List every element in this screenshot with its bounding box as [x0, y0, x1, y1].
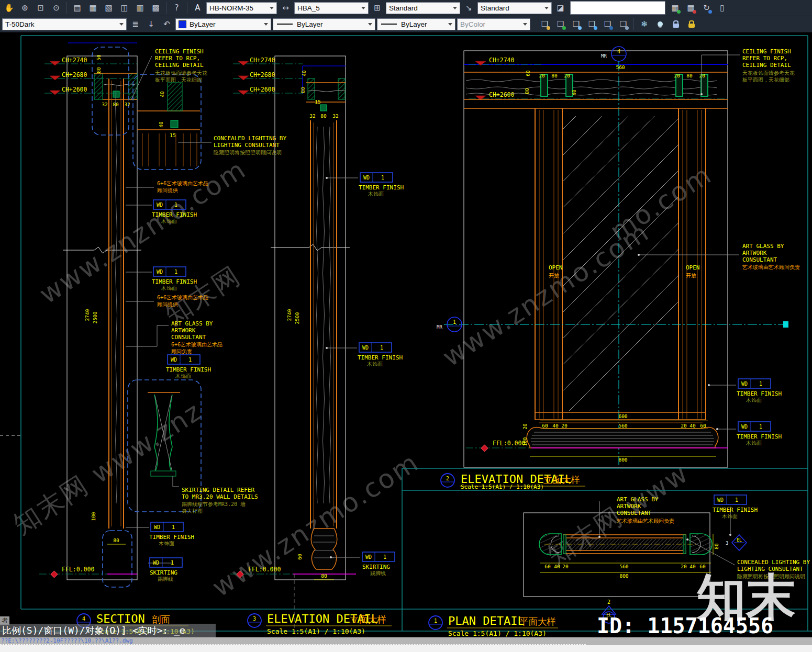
table-style-dropdown[interactable]: Standard: [386, 2, 460, 14]
command-line[interactable]: 比例(S)/窗口(W)/对象(O)] <实时>: _e: [0, 624, 216, 637]
layer-properties-manager-icon[interactable]: ≣: [128, 17, 142, 31]
make-object-layer-current-icon[interactable]: ↓: [144, 17, 158, 31]
dim-label: 80: [96, 67, 102, 73]
note-artglass: ART GLASS BY: [617, 496, 659, 503]
quick-search-input[interactable]: [570, 1, 665, 15]
dim-label: 20: [681, 423, 687, 429]
note-ceiling-cn: 板平面图，天花细部: [742, 77, 789, 83]
dim-label: 20: [674, 73, 680, 78]
title-number: 1: [434, 618, 437, 624]
wd-tag: WD1 TIMBER FINISH 木饰面: [708, 379, 782, 403]
dimension-style-icon[interactable]: ↔: [279, 1, 293, 15]
quick-calculator-icon[interactable]: ▩: [149, 1, 163, 15]
tag-num: 1: [171, 560, 174, 566]
help-icon[interactable]: ?: [170, 1, 184, 15]
level-label: CH+2600: [62, 86, 87, 93]
tag-label-cn: 木饰面: [746, 440, 762, 446]
title-text-cn: 立面大样: [543, 475, 580, 485]
tag-label-cn: 木饰面: [175, 373, 191, 379]
wd-tag: WD1 SKIRTING 踢脚线: [148, 558, 182, 582]
dim-label: 40: [571, 89, 577, 96]
linetype-value: ByLayer: [297, 20, 323, 28]
dim-label: 32: [332, 113, 338, 119]
linetype-dropdown[interactable]: ByLayer: [273, 18, 375, 30]
title-scale: Scale 1:5(A1) / 1:10(A3): [267, 627, 365, 635]
view-new-icon[interactable]: ▦: [668, 1, 682, 15]
layer-off-icon[interactable]: ❏: [585, 17, 599, 31]
dim-label: 20: [561, 423, 568, 429]
layer-isolate-icon[interactable]: ❏: [538, 17, 552, 31]
sheet-set-manager-icon[interactable]: ◫: [117, 1, 131, 15]
note-artglass-cn: 艺术玻璃由艺术顾问负责: [742, 264, 800, 270]
dim-label: 100: [522, 437, 528, 446]
match-properties-icon[interactable]: ◪: [553, 1, 568, 15]
dim-label: 15: [315, 99, 320, 105]
dim-label: 32: [309, 113, 315, 119]
lamp-icon[interactable]: [653, 17, 667, 31]
lock-yellow-icon[interactable]: [684, 17, 698, 31]
dim-label: 800: [618, 457, 627, 463]
dim-label: 560: [616, 64, 625, 70]
tool-palettes-icon[interactable]: ▧: [102, 1, 116, 15]
watermark-text: 知末网 www.znz: [8, 396, 207, 540]
table-style-icon[interactable]: ⊞: [370, 1, 384, 15]
dim-label: 80: [524, 88, 530, 94]
resource-id: ID: 1157164556: [597, 614, 773, 637]
tag-num: 1: [174, 269, 177, 275]
tag-num: 1: [759, 424, 762, 430]
dim-label: 80: [320, 113, 327, 119]
title-text: PLAN DETAIL: [448, 614, 525, 627]
view-export-icon[interactable]: ▯: [715, 1, 729, 15]
pan-hand-icon[interactable]: ✋: [2, 1, 16, 15]
zoom-previous-icon[interactable]: ⊙: [49, 1, 63, 15]
layer-dropdown[interactable]: T-50Dark: [2, 18, 127, 30]
dim-style-dropdown[interactable]: HBA_5: [294, 2, 369, 14]
dim-label: 80: [686, 73, 693, 78]
text-style-icon[interactable]: A: [191, 1, 205, 15]
markup-set-manager-icon[interactable]: ▥: [133, 1, 147, 15]
chevron-down-icon: [270, 7, 274, 9]
tag-num: 1: [174, 202, 177, 208]
dim-label: 40: [301, 70, 307, 76]
design-center-icon[interactable]: ▦: [86, 1, 100, 15]
chevron-down-icon: [544, 7, 549, 9]
lock-blue-icon[interactable]: [669, 17, 683, 31]
lineweight-dropdown[interactable]: ByLayer: [377, 18, 455, 30]
multileader-style-icon[interactable]: ↘: [462, 1, 476, 15]
note-glass: 顾问提供: [157, 301, 178, 307]
separator: [166, 2, 166, 14]
zoom-window-icon[interactable]: ⊡: [34, 1, 48, 15]
tag-label: TIMBER FINISH: [358, 354, 403, 361]
plotstyle-value: ByColor: [460, 20, 485, 28]
layer-merge-icon[interactable]: ❏: [616, 17, 630, 31]
dim-label: 32: [124, 102, 130, 107]
tag-label-cn: 木饰面: [161, 218, 177, 224]
view-delete-icon[interactable]: ▦: [684, 1, 698, 15]
dim-label: 80: [300, 87, 306, 93]
linetype-swatch: [277, 24, 293, 25]
separator: [633, 18, 634, 30]
note-artglass: ARTWORK: [742, 250, 767, 256]
note-artglass: CONSULTANT: [617, 510, 652, 516]
chevron-down-icon: [523, 23, 527, 26]
freeze-snowflake-icon[interactable]: ❄: [637, 17, 651, 31]
zoom-realtime-icon[interactable]: ⊕: [18, 1, 32, 15]
layer-lock-icon[interactable]: ❏: [600, 17, 615, 31]
layer-unisolate-icon[interactable]: ❏: [553, 17, 568, 31]
table-style-value: Standard: [389, 4, 418, 12]
layer-value: T-50Dark: [5, 20, 35, 28]
layer-freeze-icon[interactable]: ❏: [569, 17, 583, 31]
plotstyle-dropdown[interactable]: ByColor: [457, 18, 530, 30]
note-glass: 6+6艺术玻璃由艺术品: [157, 181, 208, 186]
elevation2-drawing: CH+2740 CH+2600 4 MR: [272, 47, 812, 467]
properties-palette-icon[interactable]: ▤: [70, 1, 84, 15]
mleader-style-dropdown[interactable]: Standard: [477, 2, 552, 14]
tag-label-cn: 木饰面: [368, 191, 384, 197]
marker-label: EL: [737, 538, 742, 543]
view-sync-icon[interactable]: ↻: [699, 1, 714, 15]
title-elevation2: 2 ELEVATION DETAIL 立面大样 Scale 1:5(A1) / …: [441, 473, 585, 490]
drawing-canvas[interactable]: www.znzmo.com 知末网 www.znz www.znzmo.com …: [0, 32, 812, 637]
color-dropdown[interactable]: ByLayer: [175, 18, 271, 30]
layer-previous-icon[interactable]: ↶: [160, 17, 174, 31]
text-style-dropdown[interactable]: HB-NORM-35: [206, 2, 277, 14]
